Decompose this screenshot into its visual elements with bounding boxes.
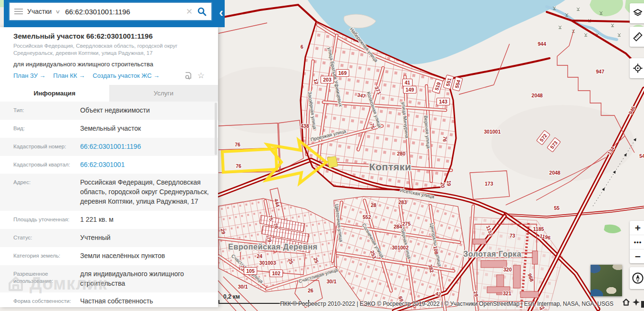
ruler-icon [633,31,643,42]
map-label-place: Золотая Горка [463,250,521,258]
row-label: Вид: [13,124,80,134]
map-label-num: 203 [323,77,332,83]
map-label-num: 944 [538,41,546,47]
search-box: Участки ∨ ✕ [9,2,212,21]
map-label-num: 149 [405,87,414,93]
collapse-panel-icon[interactable]: ‹ [219,6,223,19]
map-label-num: 275 [402,221,411,227]
action-link[interactable]: Создать участок ЖС → [93,72,159,79]
compass-button[interactable] [630,267,644,289]
doc-search-icon[interactable] [184,72,193,80]
info-rows: Тип:Объект недвижимостиВид:Земельный уча… [0,102,218,311]
row-value: Объект недвижимости [80,106,211,115]
map-label-place: Коптяки [369,161,412,172]
navigate-button[interactable] [633,299,640,308]
map-label-num: 947 [596,69,604,74]
map-label-num: 76 [236,163,241,169]
more-scales-button[interactable]: ••• [630,235,644,249]
row-value-link[interactable]: 66:62:0301001:1196 [80,142,211,152]
search-category-select[interactable]: Участки [27,8,52,15]
map-label-num: 76 [442,136,448,142]
map-label-num: 320 [503,267,512,272]
row-value: Российская Федерация, Свердловская облас… [80,178,211,207]
map-label-num: 284 [394,224,402,229]
tab-services[interactable]: Услуги [109,85,218,102]
row-value-link[interactable]: 66:62:0301001 [80,160,211,170]
map-label-num: 301001 [484,129,500,135]
row-label: Статус: [13,233,80,243]
row-label: Категория земель: [13,251,80,261]
action-link[interactable]: План ЗУ → [13,72,46,79]
map-label-num: 143 [439,99,447,104]
map-label-num: 438 [301,123,309,129]
basemap-switcher-thumbnail[interactable] [591,265,622,296]
info-row: Статус:Учтенный [0,229,218,247]
info-row: Форма собственности:Частная собственност… [0,292,218,311]
map-label-num: 26 [308,288,313,293]
map-label-num: 30/1 [327,279,337,284]
map-label-num: 30/1 [238,284,248,290]
search-icon[interactable] [197,7,207,16]
info-row: Адрес:Российская Федерация, Свердловская… [0,174,218,211]
info-row: Разрешенное использование:для индивидуал… [0,265,218,293]
row-value: для индивидуального жилищного строительс… [80,270,211,289]
row-value: Земельный участок [80,124,211,134]
chevron-down-icon[interactable]: ∨ [55,9,61,15]
menu-icon[interactable] [14,9,23,14]
row-value: Частная собственность [80,297,211,306]
layers-icon [633,8,643,19]
row-label: Кадастровый квартал: [13,160,80,170]
map-label-num: 552 [363,214,371,220]
locate-icon [633,63,643,73]
clear-icon[interactable]: ✕ [186,8,193,16]
map-label-num: 19 [446,180,452,186]
header-icons: ☆ [184,72,205,80]
map-label-num: 55 [554,205,560,211]
star-icon[interactable]: ☆ [197,72,205,80]
scale-label: 0,2 км [223,293,309,300]
row-value: Земли населённых пунктов [80,251,211,261]
map-label-num: 173 [485,181,493,187]
map-label-num: 301003 [259,260,276,266]
row-label: Адрес: [13,178,80,207]
zoom-in-button[interactable]: + [630,221,644,235]
measure-button[interactable] [630,27,644,47]
navigate-icon [633,299,640,306]
map-label-num: 20 [440,182,446,188]
zoom-out-button[interactable]: − [630,249,644,263]
row-label: Форма собственности: [13,297,80,306]
search-header: Участки ∨ ✕ ‹ [4,0,225,27]
map-label-num: 28 [371,202,376,208]
map-label-num: 169 [338,70,347,76]
panel-icon[interactable] [641,301,644,308]
locate-button[interactable] [630,58,644,78]
map-attribution: ПКК © Росреестр 2010-2022 | ЕЭКО © Росре… [280,301,613,307]
info-panel: Земельный участок 66:62:0301001:1196 Рос… [0,27,218,307]
map-label-num: 280 [397,151,405,156]
selected-parcel-highlight [327,156,338,168]
panel-scrollbar[interactable] [215,103,217,155]
map-label-num: 24 [257,253,262,259]
action-link[interactable]: План КК → [53,72,85,79]
info-row: Кадастровый номер:66:62:0301001:1196 [0,138,218,156]
row-value: Учтенный [80,233,211,243]
row-value: 1 221 кв. м [80,215,211,225]
compass-icon [632,272,644,284]
permitted-use-line: для индивидуального жилищного строительс… [13,61,211,68]
row-label: Кадастровый номер: [13,142,80,152]
map-label-num: 1185 [533,226,544,232]
map-label-num: 76 [235,142,240,147]
home-button[interactable] [622,298,630,308]
search-input[interactable] [64,7,181,16]
panel-header: Земельный участок 66:62:0301001:1196 Рос… [0,27,218,80]
map-label-num: 2048 [549,170,561,176]
map-label-num: 73 [509,233,515,238]
zoom-controls: + ••• − [630,221,644,263]
map-label-num: 6 [301,44,303,50]
info-row: Кадастровый квартал:66:62:0301001 [0,156,218,174]
tab-information[interactable]: Информация [0,85,109,102]
parcel-address-subtitle: Российская Федерация, Свердловская облас… [13,42,207,57]
action-links: План ЗУ →План КК →Создать участок ЖС → [13,72,159,79]
map-label-num: 102 [272,270,280,276]
layers-button[interactable] [630,3,644,23]
